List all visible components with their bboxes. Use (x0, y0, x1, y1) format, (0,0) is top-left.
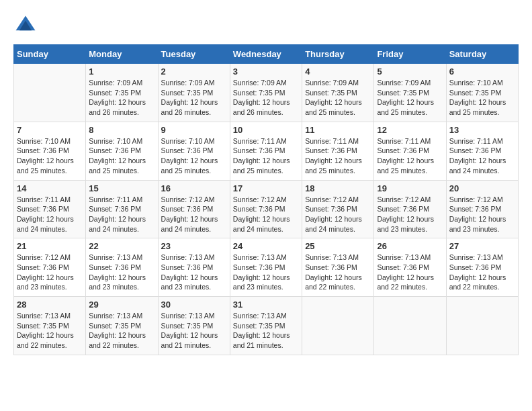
day-cell: 14Sunrise: 7:11 AM Sunset: 7:36 PM Dayli… (14, 180, 86, 238)
logo-icon (13, 13, 38, 38)
day-number: 26 (377, 241, 443, 251)
day-info: Sunrise: 7:13 AM Sunset: 7:35 PM Dayligh… (161, 311, 227, 351)
day-cell: 7Sunrise: 7:10 AM Sunset: 7:36 PM Daylig… (14, 122, 86, 180)
day-number: 13 (449, 125, 515, 135)
day-cell: 27Sunrise: 7:13 AM Sunset: 7:36 PM Dayli… (446, 238, 518, 297)
day-info: Sunrise: 7:10 AM Sunset: 7:36 PM Dayligh… (89, 136, 154, 176)
day-number: 5 (377, 66, 443, 77)
day-cell: 13Sunrise: 7:11 AM Sunset: 7:36 PM Dayli… (446, 122, 518, 180)
header-cell-sunday: Sunday (14, 45, 86, 64)
day-cell: 22Sunrise: 7:13 AM Sunset: 7:36 PM Dayli… (86, 238, 158, 297)
day-cell: 23Sunrise: 7:13 AM Sunset: 7:36 PM Dayli… (158, 238, 230, 297)
day-number: 19 (377, 183, 443, 193)
day-number: 11 (305, 125, 371, 135)
day-cell: 29Sunrise: 7:13 AM Sunset: 7:35 PM Dayli… (86, 297, 158, 355)
day-cell: 9Sunrise: 7:10 AM Sunset: 7:36 PM Daylig… (158, 122, 230, 180)
day-cell: 25Sunrise: 7:13 AM Sunset: 7:36 PM Dayli… (302, 238, 374, 297)
day-info: Sunrise: 7:12 AM Sunset: 7:36 PM Dayligh… (377, 195, 443, 234)
day-number: 3 (233, 66, 299, 77)
day-info: Sunrise: 7:13 AM Sunset: 7:36 PM Dayligh… (449, 253, 515, 292)
day-number: 15 (89, 183, 154, 193)
day-cell (446, 297, 518, 355)
day-number: 22 (89, 241, 154, 251)
day-cell: 24Sunrise: 7:13 AM Sunset: 7:36 PM Dayli… (230, 238, 302, 297)
day-number: 6 (449, 66, 515, 77)
day-info: Sunrise: 7:13 AM Sunset: 7:36 PM Dayligh… (161, 253, 227, 292)
day-number: 12 (377, 125, 443, 135)
week-row-1: 1Sunrise: 7:09 AM Sunset: 7:35 PM Daylig… (14, 64, 519, 122)
day-cell: 30Sunrise: 7:13 AM Sunset: 7:35 PM Dayli… (158, 297, 230, 355)
day-info: Sunrise: 7:13 AM Sunset: 7:35 PM Dayligh… (17, 311, 83, 351)
header-cell-wednesday: Wednesday (230, 45, 302, 64)
day-cell: 3Sunrise: 7:09 AM Sunset: 7:35 PM Daylig… (230, 64, 302, 122)
day-number: 10 (233, 125, 299, 135)
day-info: Sunrise: 7:12 AM Sunset: 7:36 PM Dayligh… (233, 195, 299, 234)
day-cell: 20Sunrise: 7:12 AM Sunset: 7:36 PM Dayli… (446, 180, 518, 238)
day-info: Sunrise: 7:09 AM Sunset: 7:35 PM Dayligh… (377, 78, 443, 118)
day-number: 2 (161, 66, 227, 77)
day-number: 7 (17, 125, 83, 135)
day-info: Sunrise: 7:11 AM Sunset: 7:36 PM Dayligh… (449, 136, 515, 176)
day-cell: 4Sunrise: 7:09 AM Sunset: 7:35 PM Daylig… (302, 64, 374, 122)
day-number: 18 (305, 183, 371, 193)
day-cell: 16Sunrise: 7:12 AM Sunset: 7:36 PM Dayli… (158, 180, 230, 238)
header-cell-monday: Monday (86, 45, 158, 64)
day-info: Sunrise: 7:11 AM Sunset: 7:36 PM Dayligh… (233, 136, 299, 176)
day-cell: 2Sunrise: 7:09 AM Sunset: 7:35 PM Daylig… (158, 64, 230, 122)
week-row-4: 21Sunrise: 7:12 AM Sunset: 7:36 PM Dayli… (14, 238, 519, 297)
day-info: Sunrise: 7:13 AM Sunset: 7:35 PM Dayligh… (233, 311, 299, 351)
calendar-table: SundayMondayTuesdayWednesdayThursdayFrid… (13, 44, 519, 355)
day-number: 21 (17, 241, 83, 251)
day-number: 4 (305, 66, 371, 77)
day-info: Sunrise: 7:13 AM Sunset: 7:36 PM Dayligh… (305, 253, 371, 292)
day-cell: 8Sunrise: 7:10 AM Sunset: 7:36 PM Daylig… (86, 122, 158, 180)
header-cell-friday: Friday (374, 45, 446, 64)
day-info: Sunrise: 7:11 AM Sunset: 7:36 PM Dayligh… (305, 136, 371, 176)
day-info: Sunrise: 7:10 AM Sunset: 7:36 PM Dayligh… (17, 136, 83, 176)
day-cell: 1Sunrise: 7:09 AM Sunset: 7:35 PM Daylig… (86, 64, 158, 122)
day-cell: 28Sunrise: 7:13 AM Sunset: 7:35 PM Dayli… (14, 297, 86, 355)
header-cell-saturday: Saturday (446, 45, 518, 64)
week-row-5: 28Sunrise: 7:13 AM Sunset: 7:35 PM Dayli… (14, 297, 519, 355)
logo (13, 13, 40, 38)
day-info: Sunrise: 7:12 AM Sunset: 7:36 PM Dayligh… (161, 195, 227, 234)
day-info: Sunrise: 7:10 AM Sunset: 7:36 PM Dayligh… (161, 136, 227, 176)
page-header (13, 13, 519, 38)
day-info: Sunrise: 7:11 AM Sunset: 7:36 PM Dayligh… (89, 195, 154, 234)
day-info: Sunrise: 7:10 AM Sunset: 7:35 PM Dayligh… (449, 78, 515, 118)
calendar-body: 1Sunrise: 7:09 AM Sunset: 7:35 PM Daylig… (14, 64, 519, 355)
day-cell: 26Sunrise: 7:13 AM Sunset: 7:36 PM Dayli… (374, 238, 446, 297)
day-number: 27 (449, 241, 515, 251)
day-number: 20 (449, 183, 515, 193)
day-info: Sunrise: 7:13 AM Sunset: 7:36 PM Dayligh… (89, 253, 154, 292)
day-number: 23 (161, 241, 227, 251)
day-number: 14 (17, 183, 83, 193)
day-cell: 12Sunrise: 7:11 AM Sunset: 7:36 PM Dayli… (374, 122, 446, 180)
day-cell (374, 297, 446, 355)
day-info: Sunrise: 7:09 AM Sunset: 7:35 PM Dayligh… (233, 78, 299, 118)
header-cell-tuesday: Tuesday (158, 45, 230, 64)
day-info: Sunrise: 7:12 AM Sunset: 7:36 PM Dayligh… (17, 253, 83, 292)
day-info: Sunrise: 7:09 AM Sunset: 7:35 PM Dayligh… (161, 78, 227, 118)
day-cell: 31Sunrise: 7:13 AM Sunset: 7:35 PM Dayli… (230, 297, 302, 355)
day-cell: 10Sunrise: 7:11 AM Sunset: 7:36 PM Dayli… (230, 122, 302, 180)
day-cell: 17Sunrise: 7:12 AM Sunset: 7:36 PM Dayli… (230, 180, 302, 238)
day-cell: 21Sunrise: 7:12 AM Sunset: 7:36 PM Dayli… (14, 238, 86, 297)
day-info: Sunrise: 7:13 AM Sunset: 7:36 PM Dayligh… (377, 253, 443, 292)
day-info: Sunrise: 7:11 AM Sunset: 7:36 PM Dayligh… (377, 136, 443, 176)
header-row: SundayMondayTuesdayWednesdayThursdayFrid… (14, 45, 519, 64)
day-number: 30 (161, 300, 227, 310)
day-info: Sunrise: 7:13 AM Sunset: 7:35 PM Dayligh… (89, 311, 154, 351)
day-number: 29 (89, 300, 154, 310)
day-number: 1 (89, 66, 154, 77)
day-cell: 6Sunrise: 7:10 AM Sunset: 7:35 PM Daylig… (446, 64, 518, 122)
day-number: 25 (305, 241, 371, 251)
day-cell (14, 64, 86, 122)
calendar-header: SundayMondayTuesdayWednesdayThursdayFrid… (14, 45, 519, 64)
day-number: 9 (161, 125, 227, 135)
day-cell: 18Sunrise: 7:12 AM Sunset: 7:36 PM Dayli… (302, 180, 374, 238)
day-cell: 15Sunrise: 7:11 AM Sunset: 7:36 PM Dayli… (86, 180, 158, 238)
day-cell: 19Sunrise: 7:12 AM Sunset: 7:36 PM Dayli… (374, 180, 446, 238)
day-info: Sunrise: 7:12 AM Sunset: 7:36 PM Dayligh… (305, 195, 371, 234)
day-info: Sunrise: 7:11 AM Sunset: 7:36 PM Dayligh… (17, 195, 83, 234)
